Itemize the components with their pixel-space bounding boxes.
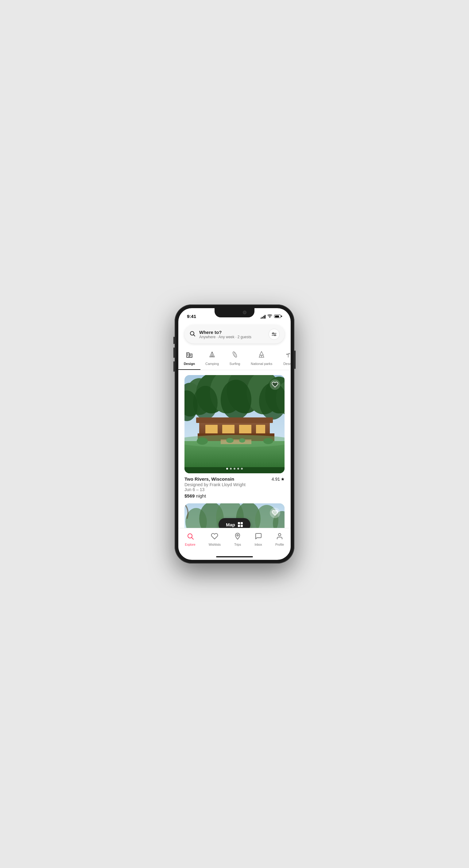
cactus-icon: [284, 351, 291, 360]
home-indicator: [178, 554, 291, 560]
search-text: Where to? Anywhere · Any week · 2 guests: [199, 330, 269, 339]
svg-point-51: [226, 438, 233, 443]
home-bar: [216, 556, 253, 557]
nav-wishlists-label: Wishlists: [209, 543, 221, 546]
search-icon: [189, 331, 195, 338]
search-bar[interactable]: Where to? Anywhere · Any week · 2 guests: [185, 325, 284, 343]
listing-image-wrap: [185, 375, 284, 473]
explore-icon: [187, 532, 194, 542]
listing-info-1: Two Rivers, Wisconsin 4.91 Designed by F…: [185, 473, 284, 498]
tab-camping[interactable]: Camping: [200, 348, 224, 370]
listing-card-1[interactable]: Two Rivers, Wisconsin 4.91 Designed by F…: [185, 375, 284, 498]
wifi-icon: [267, 314, 272, 319]
svg-point-0: [270, 317, 270, 318]
listing-location: Two Rivers, Wisconsin: [185, 476, 234, 482]
camping-icon: [209, 351, 216, 360]
nav-explore-label: Explore: [185, 543, 195, 546]
svg-point-69: [278, 533, 281, 536]
tab-design[interactable]: Design: [178, 348, 200, 370]
tab-camping-label: Camping: [205, 362, 219, 366]
svg-point-50: [263, 438, 273, 444]
nav-wishlists[interactable]: Wishlists: [205, 531, 224, 548]
signal-bar-3: [263, 316, 264, 319]
inbox-icon: [255, 532, 262, 542]
main-scroll[interactable]: Where to? Anywhere · Any week · 2 guests: [178, 321, 291, 528]
listing-description: Designed by Frank Lloyd Wright: [185, 482, 284, 487]
tab-surfing[interactable]: Surfing: [224, 348, 246, 370]
signal-bar-1: [260, 318, 261, 319]
dot-5: [241, 468, 243, 470]
svg-point-68: [237, 535, 239, 536]
map-button-wrap: Map: [219, 518, 250, 528]
svg-rect-65: [241, 525, 243, 527]
search-sub-label: Anywhere · Any week · 2 guests: [199, 335, 269, 339]
svg-point-19: [212, 353, 212, 353]
volume-up-button: [174, 347, 175, 358]
rating-value: 4.91: [272, 477, 280, 482]
svg-point-36: [221, 380, 251, 420]
wishlists-icon: [211, 532, 218, 542]
signal-bar-4: [264, 315, 265, 319]
tab-surfing-label: Surfing: [229, 362, 240, 366]
tab-national-parks-label: National parks: [251, 362, 272, 366]
signal-bar-2: [262, 317, 263, 319]
svg-rect-41: [222, 425, 234, 434]
map-label: Map: [226, 522, 235, 527]
building-icon: [186, 351, 193, 360]
listing-price: $569 night: [185, 493, 284, 498]
svg-marker-53: [281, 477, 284, 480]
price-unit: night: [196, 493, 206, 498]
svg-rect-63: [241, 522, 243, 524]
svg-rect-43: [256, 425, 265, 434]
price-value: $569: [185, 493, 195, 498]
svg-rect-10: [189, 354, 192, 357]
filter-button[interactable]: [269, 329, 280, 340]
map-button[interactable]: Map: [219, 518, 250, 528]
nav-explore[interactable]: Explore: [181, 531, 199, 548]
listing-title-row: Two Rivers, Wisconsin 4.91: [185, 476, 284, 482]
phone-screen: 9:41: [178, 308, 291, 560]
dot-3: [233, 468, 236, 470]
signal-icon: [260, 314, 266, 319]
notch: [215, 308, 254, 317]
tab-national-parks[interactable]: National parks: [246, 348, 277, 370]
dot-2: [230, 468, 232, 470]
tab-desert[interactable]: Desert: [277, 348, 291, 370]
nav-inbox-label: Inbox: [254, 543, 262, 546]
listing-card-2[interactable]: Map: [185, 503, 284, 528]
power-button: [294, 350, 295, 369]
svg-point-35: [193, 386, 218, 420]
svg-rect-42: [239, 425, 251, 434]
bottom-nav: Explore Wishlists Trips: [178, 528, 291, 554]
profile-icon: [276, 532, 283, 542]
nav-profile[interactable]: Profile: [272, 531, 288, 548]
nav-trips-label: Trips: [234, 543, 241, 546]
svg-rect-47: [221, 439, 251, 444]
national-parks-icon: [258, 351, 265, 360]
tab-desert-label: Desert: [283, 362, 291, 366]
image-dots: [226, 468, 243, 470]
listing-dates: Jun 6 – 13: [185, 487, 284, 492]
svg-rect-39: [196, 417, 273, 423]
map-grid-icon: [238, 522, 243, 527]
wishlist-button-2[interactable]: [270, 508, 280, 518]
listing-image: [185, 375, 284, 473]
nav-trips[interactable]: Trips: [230, 531, 245, 548]
surfing-icon: [231, 351, 239, 360]
svg-rect-9: [187, 353, 189, 357]
dot-1: [226, 468, 228, 470]
search-section: Where to? Anywhere · Any week · 2 guests: [178, 321, 291, 346]
nav-inbox[interactable]: Inbox: [251, 531, 265, 548]
tab-design-label: Design: [184, 362, 195, 366]
search-main-label: Where to?: [199, 330, 269, 335]
phone-frame: 9:41: [175, 305, 294, 563]
dot-4: [237, 468, 239, 470]
silent-switch: [174, 337, 175, 344]
status-icons: [260, 314, 282, 319]
trips-icon: [234, 532, 241, 542]
svg-point-49: [197, 437, 208, 445]
volume-down-button: [174, 361, 175, 372]
wishlist-button-1[interactable]: [270, 379, 280, 390]
category-tabs: Design Camping: [178, 346, 291, 370]
svg-line-2: [194, 335, 195, 336]
